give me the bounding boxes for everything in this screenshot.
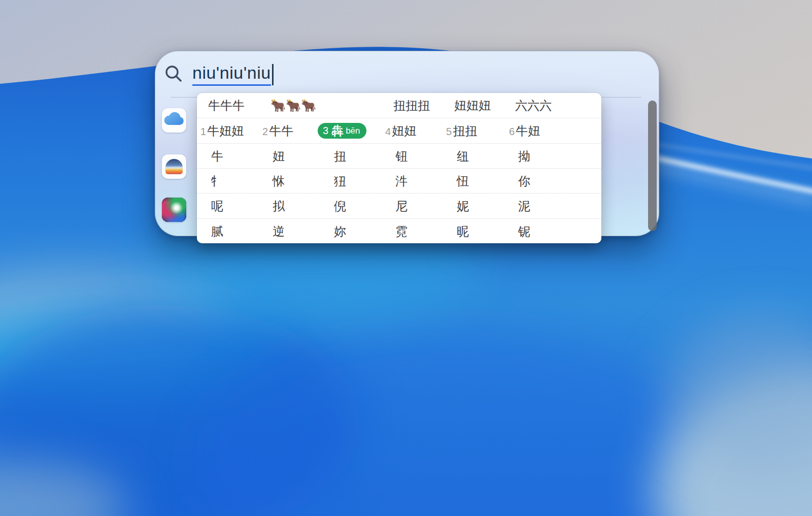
candidate-number: 5 bbox=[446, 126, 452, 137]
candidate-character[interactable]: 呢 bbox=[211, 194, 223, 218]
spotlight-search-row[interactable]: niu'niu'niu bbox=[155, 51, 659, 97]
candidate-row: 腻逆妳霓昵铌 bbox=[197, 218, 601, 244]
candidate-character[interactable]: 忸 bbox=[457, 169, 469, 194]
candidate-word: 牛妞妞 bbox=[207, 124, 244, 138]
candidate-character[interactable]: 倪 bbox=[334, 194, 346, 218]
search-input[interactable]: niu'niu'niu bbox=[192, 61, 274, 88]
candidate-character[interactable]: 钮 bbox=[395, 144, 408, 169]
candidate-character[interactable]: 狃 bbox=[334, 169, 346, 194]
candidate-character[interactable]: 拗 bbox=[518, 144, 530, 169]
candidate-word: 牛牛 bbox=[269, 124, 293, 138]
candidate-number: 1 bbox=[200, 126, 206, 137]
candidate-character[interactable]: 铌 bbox=[518, 219, 530, 244]
candidate-character[interactable]: 纽 bbox=[457, 144, 469, 169]
candidate-row: 1牛妞妞2牛牛3犇bēn4妞妞5扭扭6牛妞 bbox=[197, 118, 601, 143]
search-query-composing-text: niu'niu'niu bbox=[192, 63, 271, 85]
candidate-row: 呢拟倪尼妮泥 bbox=[197, 193, 601, 218]
candidate-number: 3 bbox=[323, 123, 328, 139]
candidate-number: 4 bbox=[385, 126, 391, 137]
candidate-character[interactable]: 妮 bbox=[457, 194, 469, 218]
candidate-phrase[interactable]: 扭扭扭 bbox=[393, 93, 430, 118]
ime-candidate-window: 牛牛牛🐂🐂🐂扭扭扭妞妞妞六六六1牛妞妞2牛牛3犇bēn4妞妞5扭扭6牛妞牛妞扭钮… bbox=[197, 93, 601, 243]
candidate-item[interactable]: 2牛牛 bbox=[262, 118, 293, 143]
candidate-character[interactable]: 昵 bbox=[457, 219, 469, 244]
candidate-number: 6 bbox=[509, 126, 515, 137]
text-caret bbox=[272, 64, 274, 85]
candidate-character[interactable]: 妳 bbox=[334, 219, 346, 244]
candidate-item[interactable]: 1牛妞妞 bbox=[200, 118, 244, 143]
candidate-character[interactable]: 腻 bbox=[211, 219, 223, 244]
candidate-phrase[interactable]: 六六六 bbox=[515, 93, 552, 118]
candidate-character[interactable]: 拟 bbox=[273, 194, 285, 218]
candidate-character[interactable]: 妞 bbox=[273, 144, 285, 169]
candidate-character[interactable]: 你 bbox=[518, 169, 530, 194]
candidate-character[interactable]: 尼 bbox=[395, 194, 408, 218]
candidate-phrase[interactable]: 牛牛牛 bbox=[208, 93, 245, 118]
results-scrollbar[interactable] bbox=[648, 101, 657, 231]
candidate-pinyin: bēn bbox=[346, 123, 360, 139]
candidate-character[interactable]: 牜 bbox=[211, 169, 223, 194]
candidate-character[interactable]: 牛 bbox=[211, 144, 223, 169]
candidate-phrase[interactable]: 妞妞妞 bbox=[454, 93, 491, 118]
cloud-icon bbox=[162, 108, 186, 133]
icloud-app-icon[interactable] bbox=[162, 108, 186, 133]
candidate-item[interactable]: 6牛妞 bbox=[509, 118, 540, 143]
siri-app-icon[interactable] bbox=[162, 198, 186, 222]
candidate-word: 妞妞 bbox=[392, 124, 416, 138]
candidate-row: 牜恘狃汼忸你 bbox=[197, 168, 601, 194]
candidate-row: 牛牛牛🐂🐂🐂扭扭扭妞妞妞六六六 bbox=[197, 93, 601, 118]
horizon-app-icon[interactable] bbox=[162, 154, 186, 179]
candidate-item[interactable]: 4妞妞 bbox=[385, 118, 416, 143]
candidate-word: 扭扭 bbox=[453, 124, 477, 138]
candidate-item-selected[interactable]: 3犇bēn bbox=[318, 123, 366, 139]
sunrise-dome-icon bbox=[165, 159, 183, 174]
candidate-character[interactable]: 汼 bbox=[395, 169, 408, 194]
candidate-character: 犇 bbox=[331, 123, 344, 139]
candidate-character[interactable]: 霓 bbox=[395, 219, 408, 244]
candidate-character[interactable]: 恘 bbox=[273, 169, 285, 194]
candidate-phrase[interactable]: 🐂🐂🐂 bbox=[270, 93, 316, 118]
candidate-character[interactable]: 逆 bbox=[273, 219, 285, 244]
candidate-character[interactable]: 泥 bbox=[518, 194, 530, 218]
candidate-row: 牛妞扭钮纽拗 bbox=[197, 143, 601, 169]
candidate-character[interactable]: 扭 bbox=[334, 144, 346, 169]
search-icon bbox=[164, 64, 183, 83]
candidate-word: 牛妞 bbox=[516, 124, 540, 138]
candidate-number: 2 bbox=[262, 126, 268, 137]
candidate-item[interactable]: 5扭扭 bbox=[446, 118, 477, 143]
siri-orb-icon bbox=[162, 198, 186, 222]
